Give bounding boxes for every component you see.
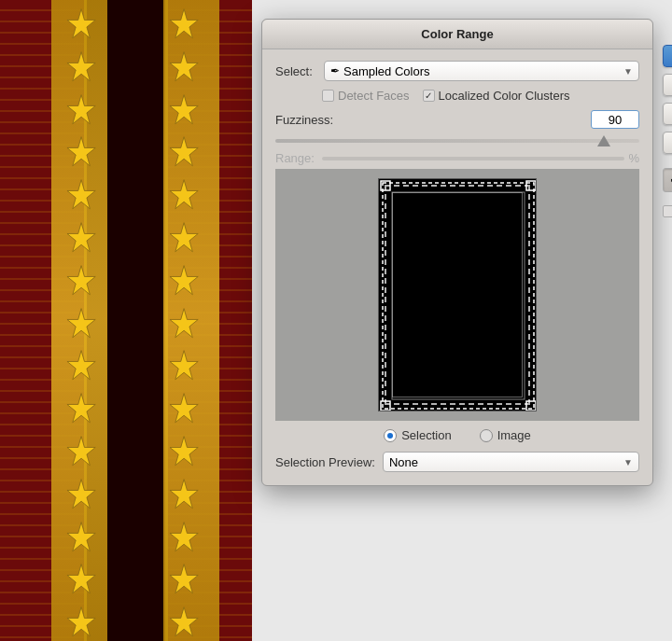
svg-marker-2 [67, 94, 95, 123]
dialog-titlebar: Color Range [262, 20, 652, 49]
checkboxes-row: Detect Faces Localized Color Clusters [322, 89, 639, 103]
dialog-overlay: Color Range Select: ✒ Sampled Colors ▼ [252, 0, 672, 641]
right-panel: OK Cancel Load... Save... ✒ ✒+ ✒− Invert [663, 45, 672, 218]
svg-marker-14 [67, 607, 95, 636]
dialog-container: Color Range Select: ✒ Sampled Colors ▼ [261, 19, 653, 486]
svg-marker-18 [170, 137, 198, 166]
detect-faces-label: Detect Faces [338, 89, 410, 103]
detect-faces-checkbox[interactable]: Detect Faces [322, 89, 410, 103]
svg-marker-8 [67, 351, 95, 380]
svg-marker-12 [67, 522, 95, 550]
svg-marker-4 [67, 180, 95, 209]
selection-radio-label: Selection [401, 428, 451, 442]
sel-preview-chevron-icon: ▼ [623, 457, 633, 467]
sel-preview-label: Selection Preview: [275, 455, 375, 469]
svg-marker-20 [170, 223, 198, 252]
svg-marker-9 [67, 394, 95, 423]
svg-marker-24 [170, 394, 198, 423]
detect-faces-checkbox-box[interactable] [322, 90, 334, 102]
ok-button[interactable]: OK [663, 45, 672, 67]
fuzziness-label: Fuzziness: [275, 113, 336, 127]
invert-checkbox-box[interactable] [663, 205, 672, 217]
ornament-col-right [159, 0, 210, 641]
svg-rect-30 [383, 183, 534, 409]
radio-row: Selection Image [275, 428, 639, 442]
svg-marker-26 [170, 479, 198, 508]
sel-preview-value: None [389, 455, 623, 469]
fuzziness-row: Fuzziness: [275, 110, 639, 129]
svg-marker-5 [67, 223, 95, 252]
tools-row: ✒ ✒+ ✒− [663, 168, 672, 192]
svg-marker-21 [170, 265, 198, 294]
svg-marker-29 [170, 607, 198, 636]
svg-marker-0 [67, 9, 95, 38]
color-range-dialog: Color Range Select: ✒ Sampled Colors ▼ [261, 19, 653, 486]
svg-marker-19 [170, 180, 198, 209]
svg-marker-13 [67, 564, 95, 593]
select-row: Select: ✒ Sampled Colors ▼ [275, 61, 639, 81]
cancel-button[interactable]: Cancel [663, 74, 672, 96]
svg-marker-17 [170, 94, 198, 123]
svg-marker-10 [67, 437, 95, 466]
svg-marker-22 [170, 308, 198, 337]
image-panel [0, 0, 252, 641]
selection-radio-circle [384, 429, 397, 442]
fuzziness-input[interactable] [591, 110, 639, 129]
range-percent: % [628, 151, 639, 165]
ornament-col-left [56, 0, 107, 641]
sel-preview-dropdown[interactable]: None ▼ [383, 452, 639, 472]
selection-preview-row: Selection Preview: None ▼ [275, 452, 639, 472]
select-icon: ✒ [330, 64, 340, 77]
fuzziness-slider[interactable] [275, 132, 639, 149]
localized-clusters-checkbox[interactable]: Localized Color Clusters [423, 89, 570, 103]
svg-marker-25 [170, 437, 198, 466]
svg-marker-6 [67, 265, 95, 294]
preview-area [275, 169, 639, 421]
image-radio-label: Image [497, 428, 531, 442]
range-label: Range: [275, 151, 322, 165]
slider-thumb [597, 135, 610, 146]
eyedropper-tool[interactable]: ✒ [663, 168, 672, 192]
svg-marker-28 [170, 564, 198, 593]
svg-marker-1 [67, 51, 95, 80]
preview-image [378, 178, 537, 411]
svg-marker-16 [170, 51, 198, 80]
save-button[interactable]: Save... [663, 132, 672, 154]
selection-radio[interactable]: Selection [384, 428, 451, 442]
svg-marker-7 [67, 308, 95, 337]
invert-row[interactable]: Invert [663, 204, 672, 218]
chevron-down-icon: ▼ [623, 66, 633, 77]
slider-track [275, 139, 639, 143]
select-value: Sampled Colors [343, 64, 623, 78]
svg-marker-11 [67, 479, 95, 508]
image-radio-circle [480, 429, 493, 442]
localized-clusters-checkbox-box[interactable] [423, 90, 435, 102]
load-button[interactable]: Load... [663, 103, 672, 125]
image-radio[interactable]: Image [480, 428, 531, 442]
svg-marker-3 [67, 137, 95, 166]
svg-marker-27 [170, 522, 198, 550]
svg-marker-15 [170, 9, 198, 38]
dialog-body: Select: ✒ Sampled Colors ▼ Detect Faces [262, 49, 652, 472]
select-dropdown[interactable]: ✒ Sampled Colors ▼ [324, 61, 639, 81]
dialog-title: Color Range [421, 27, 493, 41]
svg-rect-31 [392, 192, 525, 399]
select-label: Select: [275, 64, 318, 78]
svg-marker-23 [170, 351, 198, 380]
range-track[interactable] [322, 157, 624, 160]
range-row: Range: % [275, 151, 639, 165]
localized-clusters-label: Localized Color Clusters [439, 89, 570, 103]
